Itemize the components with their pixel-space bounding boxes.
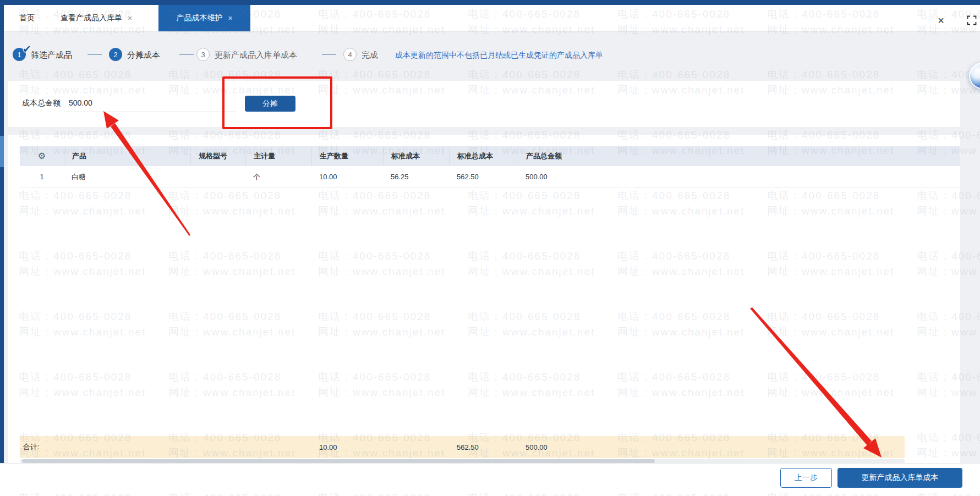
step-3-label: 更新产成品入库单成本 (215, 50, 297, 60)
cost-total-form-card: 成本总金额 分摊 (8, 81, 960, 127)
col-standard-cost: 标准成本 (383, 146, 449, 166)
step-connector (322, 54, 336, 55)
close-icon[interactable]: × (934, 13, 948, 28)
step-1-label: 筛选产成品 (31, 50, 72, 60)
total-production-qty: 10.00 (311, 436, 383, 458)
step-2-label: 分摊成本 (127, 50, 160, 60)
step-done-check-icon: ✔ (23, 43, 31, 56)
cell-standard-total-cost: 562.50 (449, 166, 518, 188)
step-connector (87, 54, 102, 55)
action-bar: 上一步 更新产成品入库单成本 (0, 463, 980, 496)
step-3-circle: 3 (196, 48, 210, 61)
col-product: 产品 (64, 146, 190, 166)
horizontal-scrollbar-thumb[interactable] (22, 459, 655, 463)
total-product-amount: 500.00 (518, 436, 905, 458)
step-4-circle: 4 (343, 48, 357, 61)
fullscreen-icon[interactable] (967, 15, 977, 25)
row-index: 1 (20, 166, 64, 188)
tab-home-label: 首页 (19, 13, 35, 23)
app-window: { "window": { "close_label": "×" }, "ico… (0, 0, 980, 496)
total-empty-cell (64, 436, 190, 458)
allocate-button[interactable]: 分摊 (245, 96, 295, 112)
step-4-number: 4 (348, 51, 352, 59)
tab-active-close-icon[interactable]: × (228, 14, 232, 22)
cell-spec-model (190, 166, 245, 188)
col-main-unit: 主计量 (245, 146, 311, 166)
tab-product-cost-maintenance[interactable]: 产品成本维护 × (158, 5, 250, 31)
col-product-total-amount: 产品总金额 (518, 146, 960, 166)
tab-active-label: 产品成本维护 (176, 13, 222, 23)
table-row[interactable]: 1 白糖 个 10.00 56.25 562.50 500.00 (20, 166, 960, 188)
window-top-strip (0, 0, 980, 5)
gear-icon[interactable]: ⚙ (38, 152, 46, 161)
tab-home[interactable]: 首页 (15, 5, 39, 31)
col-standard-total-cost: 标准总成本 (449, 146, 518, 166)
products-table-card: ⚙ 产品 规格型号 主计量 生产数量 标准成本 标准总成本 产品总金额 1 白糖… (8, 135, 960, 463)
cost-total-label: 成本总金额 (22, 98, 61, 108)
step-connector (179, 54, 194, 55)
col-production-qty: 生产数量 (311, 146, 383, 166)
tab-bar: 首页 查看产成品入库单 × 产品成本维护 × × (4, 5, 980, 32)
left-edge-bar (0, 0, 4, 496)
tab-view-finished-receipt[interactable]: 查看产成品入库单 × (56, 5, 136, 31)
total-empty-cell (383, 436, 449, 458)
column-settings-cell: ⚙ (20, 146, 64, 166)
left-edge-scroll-handle[interactable] (0, 136, 4, 167)
tab-view-close-icon[interactable]: × (128, 14, 132, 22)
step-3-number: 3 (201, 51, 205, 59)
wizard-stepper: 1 ✔ 筛选产成品 2 分摊成本 3 更新产成品入库单成本 4 完成 成本更新的… (4, 41, 980, 68)
cell-production-qty: 10.00 (311, 166, 383, 188)
cell-standard-cost: 56.25 (383, 166, 449, 188)
step-4-label: 完成 (362, 50, 378, 60)
step-2-circle: 2 (109, 48, 122, 61)
table-total-row: 合计: 10.00 562.50 500.00 (20, 436, 905, 458)
total-empty-cell (245, 436, 311, 458)
step-1-number: 1 (17, 51, 21, 59)
cell-product: 白糖 (64, 166, 190, 188)
previous-step-button[interactable]: 上一步 (780, 468, 832, 488)
cell-product-total-amount: 500.00 (518, 166, 960, 188)
total-empty-cell (190, 436, 245, 458)
total-standard-total-cost: 562.50 (449, 436, 518, 458)
cost-update-scope-note: 成本更新的范围中不包括已月结或已生成凭证的产成品入库单 (395, 51, 603, 60)
step-1-circle: 1 ✔ (13, 48, 26, 61)
horizontal-scrollbar[interactable] (20, 459, 905, 463)
total-label: 合计: (20, 436, 64, 458)
col-spec-model: 规格型号 (190, 146, 245, 166)
table-header-row: ⚙ 产品 规格型号 主计量 生产数量 标准成本 标准总成本 产品总金额 (20, 146, 960, 166)
cell-main-unit: 个 (245, 166, 311, 188)
update-receipt-cost-button[interactable]: 更新产成品入库单成本 (837, 468, 962, 488)
step-2-number: 2 (113, 51, 117, 59)
cost-total-input[interactable] (64, 94, 236, 112)
tab-view-label: 查看产成品入库单 (61, 13, 122, 23)
